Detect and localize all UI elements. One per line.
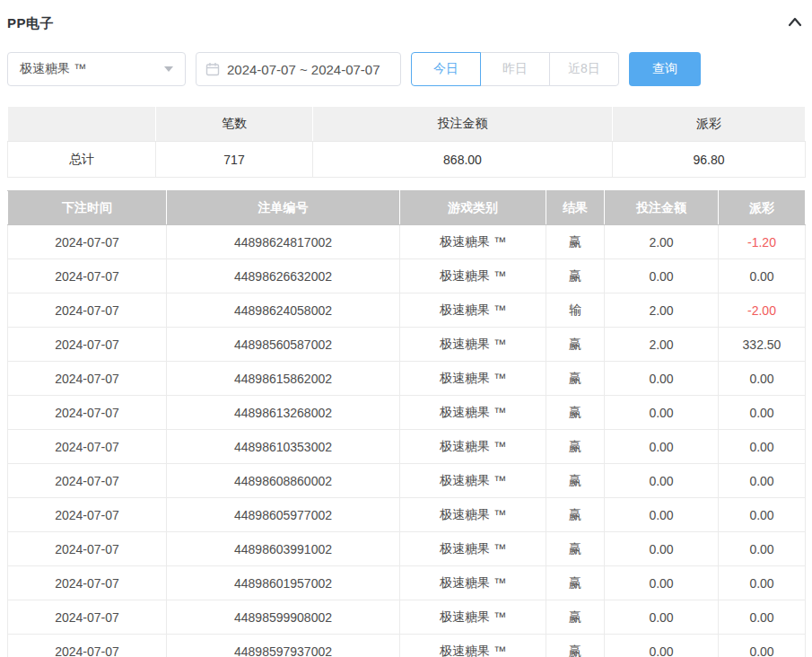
filter-bar: 极速糖果 ™ 2024-07-07 ~ 2024-07-07 今日 昨日 近8日… — [7, 52, 805, 86]
table-row: 2024-07-07 44898624817002 极速糖果 ™ 赢 2.00 … — [8, 225, 806, 259]
result-cell: 赢 — [546, 566, 605, 600]
bet-time-cell: 2024-07-07 — [8, 328, 167, 362]
order-number-cell: 44898560587002 — [167, 328, 400, 362]
date-range-value: 2024-07-07 ~ 2024-07-07 — [227, 62, 380, 77]
bet-time-cell: 2024-07-07 — [8, 635, 167, 657]
payout-cell: 0.00 — [719, 362, 806, 396]
bet-time-cell: 2024-07-07 — [8, 430, 167, 464]
payout-cell: -1.20 — [719, 225, 806, 259]
result-cell: 赢 — [546, 464, 605, 498]
calendar-icon — [205, 62, 220, 76]
summary-total-count: 717 — [156, 142, 313, 178]
caret-down-icon — [164, 66, 173, 72]
payout-cell: 0.00 — [719, 430, 806, 464]
result-cell: 赢 — [546, 396, 605, 430]
order-number-cell: 44898605977002 — [167, 498, 400, 532]
bet-amount-cell: 2.00 — [605, 293, 719, 328]
order-number-cell: 44898626632002 — [167, 259, 400, 293]
game-type-cell: 极速糖果 ™ — [400, 498, 546, 532]
order-number-cell: 44898601957002 — [167, 566, 400, 600]
bet-time-cell: 2024-07-07 — [8, 259, 167, 293]
game-select-value: 极速糖果 ™ — [20, 61, 86, 77]
table-row: 2024-07-07 44898608860002 极速糖果 ™ 赢 0.00 … — [8, 464, 806, 498]
today-button[interactable]: 今日 — [411, 52, 481, 86]
result-cell: 赢 — [546, 498, 605, 532]
header-payout: 派彩 — [719, 191, 806, 225]
game-type-cell: 极速糖果 ™ — [400, 225, 546, 259]
pp-electronics-panel: PP电子 极速糖果 ™ 2024-07-07 ~ 2024-07-07 — [0, 14, 812, 657]
bet-time-cell: 2024-07-07 — [8, 532, 167, 566]
bet-amount-cell: 0.00 — [605, 566, 719, 600]
summary-total-payout: 96.80 — [613, 142, 806, 178]
payout-cell: 0.00 — [719, 600, 806, 635]
bet-amount-cell: 0.00 — [605, 259, 719, 293]
game-type-cell: 极速糖果 ™ — [400, 362, 546, 396]
table-row: 2024-07-07 44898610353002 极速糖果 ™ 赢 0.00 … — [8, 430, 806, 464]
payout-cell: -2.00 — [719, 293, 806, 328]
bet-amount-cell: 2.00 — [605, 225, 719, 259]
summary-header-count: 笔数 — [156, 107, 313, 142]
panel-header: PP电子 — [7, 14, 805, 32]
bet-time-cell: 2024-07-07 — [8, 464, 167, 498]
result-cell: 赢 — [546, 328, 605, 362]
payout-cell: 0.00 — [719, 259, 806, 293]
collapse-button[interactable] — [787, 15, 803, 31]
order-number-cell: 44898610353002 — [167, 430, 400, 464]
table-row: 2024-07-07 44898624058002 极速糖果 ™ 输 2.00 … — [8, 293, 806, 328]
order-number-cell: 44898624817002 — [167, 225, 400, 259]
game-type-cell: 极速糖果 ™ — [400, 430, 546, 464]
order-number-cell: 44898599908002 — [167, 600, 400, 635]
bet-time-cell: 2024-07-07 — [8, 293, 167, 328]
result-cell: 输 — [546, 293, 605, 328]
table-row: 2024-07-07 44898615862002 极速糖果 ™ 赢 0.00 … — [8, 362, 806, 396]
bet-records-table: 下注时间 注单编号 游戏类别 结果 投注金额 派彩 2024-07-07 448… — [7, 190, 806, 657]
order-number-cell: 44898624058002 — [167, 293, 400, 328]
table-row: 2024-07-07 44898605977002 极速糖果 ™ 赢 0.00 … — [8, 498, 806, 532]
header-result: 结果 — [546, 191, 605, 225]
table-row: 2024-07-07 44898601957002 极速糖果 ™ 赢 0.00 … — [8, 566, 806, 600]
bet-amount-cell: 0.00 — [605, 464, 719, 498]
bet-time-cell: 2024-07-07 — [8, 600, 167, 635]
game-type-cell: 极速糖果 ™ — [400, 293, 546, 328]
order-number-cell: 44898608860002 — [167, 464, 400, 498]
bet-amount-cell: 0.00 — [605, 635, 719, 657]
order-number-cell: 44898603991002 — [167, 532, 400, 566]
order-number-cell: 44898615862002 — [167, 362, 400, 396]
game-type-cell: 极速糖果 ™ — [400, 328, 546, 362]
bet-amount-cell: 0.00 — [605, 532, 719, 566]
game-type-cell: 极速糖果 ™ — [400, 396, 546, 430]
payout-cell: 332.50 — [719, 328, 806, 362]
yesterday-button[interactable]: 昨日 — [480, 52, 550, 86]
result-cell: 赢 — [546, 430, 605, 464]
chevron-up-icon — [787, 15, 803, 31]
bet-amount-cell: 0.00 — [605, 600, 719, 635]
result-cell: 赢 — [546, 600, 605, 635]
summary-total-row: 总计 717 868.00 96.80 — [8, 142, 806, 178]
result-cell: 赢 — [546, 635, 605, 657]
header-bet-time: 下注时间 — [8, 191, 167, 225]
table-row: 2024-07-07 44898603991002 极速糖果 ™ 赢 0.00 … — [8, 532, 806, 566]
date-range-picker[interactable]: 2024-07-07 ~ 2024-07-07 — [196, 52, 401, 86]
game-type-cell: 极速糖果 ™ — [400, 464, 546, 498]
payout-cell: 0.00 — [719, 498, 806, 532]
bet-amount-cell: 0.00 — [605, 498, 719, 532]
summary-total-label: 总计 — [8, 142, 156, 178]
summary-table: 笔数 投注金额 派彩 总计 717 868.00 96.80 — [7, 106, 806, 178]
game-select[interactable]: 极速糖果 ™ — [7, 52, 186, 86]
bet-amount-cell: 0.00 — [605, 396, 719, 430]
header-order-number: 注单编号 — [167, 191, 400, 225]
result-cell: 赢 — [546, 259, 605, 293]
table-row: 2024-07-07 44898599908002 极速糖果 ™ 赢 0.00 … — [8, 600, 806, 635]
game-type-cell: 极速糖果 ™ — [400, 566, 546, 600]
result-cell: 赢 — [546, 362, 605, 396]
last-8-days-button[interactable]: 近8日 — [549, 52, 619, 86]
bet-amount-cell: 0.00 — [605, 362, 719, 396]
bet-amount-cell: 0.00 — [605, 430, 719, 464]
header-game-type: 游戏类别 — [400, 191, 546, 225]
table-row: 2024-07-07 44898613268002 极速糖果 ™ 赢 0.00 … — [8, 396, 806, 430]
payout-cell: 0.00 — [719, 566, 806, 600]
payout-cell: 0.00 — [719, 532, 806, 566]
summary-total-bet-amount: 868.00 — [313, 142, 613, 178]
summary-header-empty — [8, 107, 156, 142]
query-button[interactable]: 查询 — [629, 52, 701, 86]
